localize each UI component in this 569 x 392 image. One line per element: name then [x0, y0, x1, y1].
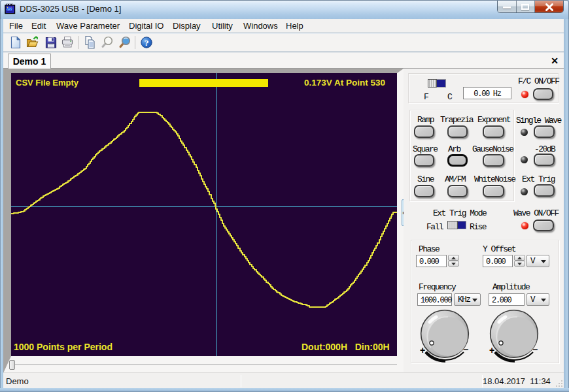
svg-text:+: + — [489, 345, 494, 355]
svg-text:+: + — [420, 345, 425, 355]
svg-text:−: − — [532, 344, 538, 355]
svg-text:?: ? — [145, 38, 149, 48]
svg-text:CSV File Empty: CSV File Empty — [16, 78, 79, 88]
svg-text:−: − — [463, 344, 468, 355]
svg-text:0.173V At Point 530: 0.173V At Point 530 — [304, 78, 385, 88]
svg-text:Dout:000H Din:00H: Dout:000H Din:00H — [302, 342, 390, 352]
svg-text:1000 Points per Period: 1000 Points per Period — [14, 342, 112, 352]
